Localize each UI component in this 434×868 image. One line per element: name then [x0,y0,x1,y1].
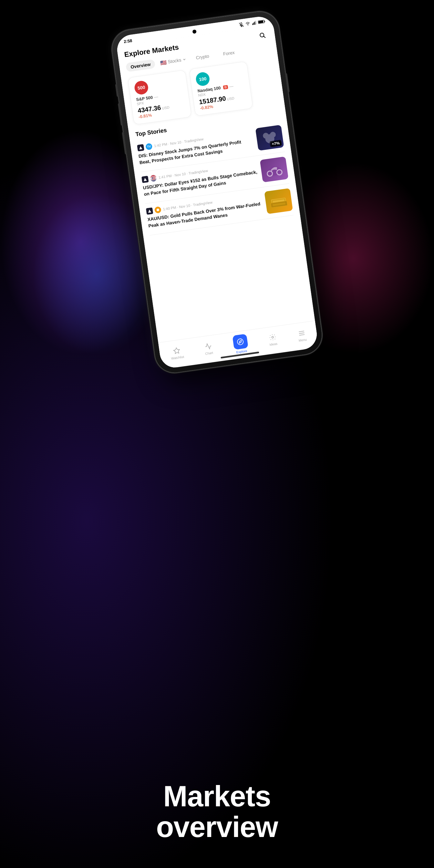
svg-line-29 [299,333,304,334]
news-thumb-usdjpy [259,156,288,182]
svg-rect-7 [255,21,256,25]
tradingview-icon [142,176,149,183]
sp500-badge: 500 [134,80,149,95]
mute-icon [239,22,244,28]
tab-stocks[interactable]: 🇺🇸 Stocks [160,56,187,66]
tagline-line2: overview [0,812,434,842]
news-thumb-gold [264,188,293,214]
svg-line-12 [264,36,266,38]
nasdaq-d-badge: D [223,85,228,89]
nav-menu[interactable]: Menu [297,329,307,342]
svg-rect-10 [258,21,264,24]
svg-rect-6 [254,22,255,25]
gold-source-icon [154,206,162,214]
svg-line-28 [299,331,304,332]
nav-explore[interactable]: Explore [232,334,249,354]
market-card-nasdaq[interactable]: 100 Nasdaq 100 D — NDX 15187.90 USD -0.8… [189,61,253,116]
wifi-icon [245,21,251,27]
tradingview-icon [137,144,144,151]
status-time: 2:58 [123,38,132,44]
svg-line-2 [241,27,243,27]
explore-icon [232,334,248,350]
chart-label: Chart [205,351,213,355]
ideas-label: Ideas [269,342,278,346]
watchlist-icon [172,346,181,355]
sp500-currency: USD [162,105,170,110]
menu-label: Menu [299,338,307,342]
ideas-icon [268,333,277,342]
news-thumb-dis: +7% [255,125,284,151]
svg-marker-26 [239,340,242,343]
menu-icon [297,329,306,338]
tradingview-icon [146,207,153,215]
signal-icon [252,20,257,27]
svg-point-3 [248,25,248,26]
watchlist-label: Watchlist [171,355,184,360]
flag-icon: 🇺🇸 [150,175,157,182]
svg-point-27 [272,336,274,338]
market-card-sp500[interactable]: 500 S&P 500 — SPX 4347.36 USD -0.81% [128,70,192,125]
nasdaq-dash: — [229,84,234,89]
chart-icon [204,342,213,351]
source-icon: TV [145,143,153,151]
svg-point-25 [237,338,244,345]
nav-ideas[interactable]: Ideas [268,333,278,346]
svg-rect-5 [253,23,254,25]
svg-point-19 [156,209,159,212]
battery-icon [258,20,266,25]
nav-chart[interactable]: Chart [204,342,213,355]
sp500-dash: — [154,94,159,100]
svg-marker-24 [174,347,180,354]
tagline: Markets overview [0,781,434,842]
nasdaq-badge: 100 [195,71,210,87]
svg-rect-4 [252,24,253,25]
svg-line-30 [299,335,305,335]
nav-watchlist[interactable]: Watchlist [169,346,184,361]
tagline-line1: Markets [0,781,434,812]
search-button[interactable] [256,29,269,42]
nasdaq-currency: USD [227,96,235,101]
